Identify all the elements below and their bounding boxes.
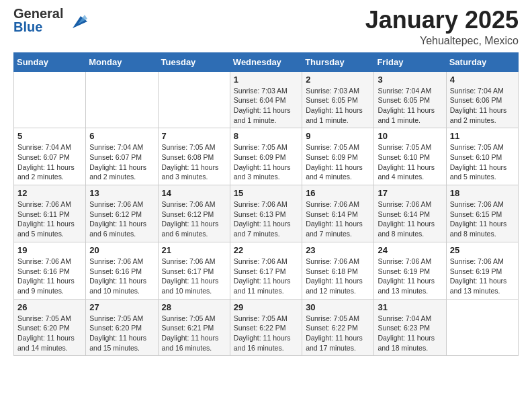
- day-info: Sunrise: 7:05 AM Sunset: 6:21 PM Dayligh…: [162, 314, 226, 353]
- day-info: Sunrise: 7:06 AM Sunset: 6:15 PM Dayligh…: [450, 199, 515, 239]
- calendar-body: 1Sunrise: 7:03 AM Sunset: 6:04 PM Daylig…: [14, 71, 519, 356]
- day-cell: 30Sunrise: 7:05 AM Sunset: 6:22 PM Dayli…: [302, 299, 374, 356]
- weekday-friday: Friday: [374, 52, 446, 71]
- day-info: Sunrise: 7:05 AM Sunset: 6:20 PM Dayligh…: [89, 314, 154, 353]
- day-number: 27: [89, 302, 154, 312]
- day-cell: 28Sunrise: 7:05 AM Sunset: 6:21 PM Dayli…: [158, 299, 230, 356]
- day-cell: 26Sunrise: 7:05 AM Sunset: 6:20 PM Dayli…: [14, 299, 86, 356]
- day-info: Sunrise: 7:06 AM Sunset: 6:19 PM Dayligh…: [450, 257, 515, 296]
- day-number: 28: [162, 302, 226, 312]
- day-cell: 19Sunrise: 7:06 AM Sunset: 6:16 PM Dayli…: [14, 242, 86, 299]
- day-number: 24: [378, 245, 442, 255]
- day-number: 16: [306, 188, 370, 198]
- week-row-1: 1Sunrise: 7:03 AM Sunset: 6:04 PM Daylig…: [14, 71, 519, 128]
- day-number: 8: [234, 131, 298, 141]
- day-number: 13: [89, 188, 154, 198]
- weekday-header-row: SundayMondayTuesdayWednesdayThursdayFrid…: [14, 52, 519, 71]
- weekday-saturday: Saturday: [446, 52, 518, 71]
- day-cell: 16Sunrise: 7:06 AM Sunset: 6:14 PM Dayli…: [302, 185, 374, 242]
- day-number: 22: [234, 245, 298, 255]
- title-block: January 2025 Yehualtepec, Mexico: [365, 7, 519, 47]
- week-row-2: 5Sunrise: 7:04 AM Sunset: 6:07 PM Daylig…: [14, 128, 519, 185]
- day-number: 5: [17, 131, 82, 141]
- weekday-wednesday: Wednesday: [230, 52, 302, 71]
- day-cell: 29Sunrise: 7:05 AM Sunset: 6:22 PM Dayli…: [230, 299, 302, 356]
- week-row-5: 26Sunrise: 7:05 AM Sunset: 6:20 PM Dayli…: [14, 299, 519, 356]
- day-info: Sunrise: 7:04 AM Sunset: 6:06 PM Dayligh…: [450, 86, 515, 126]
- day-cell: 1Sunrise: 7:03 AM Sunset: 6:04 PM Daylig…: [230, 71, 302, 128]
- day-cell: 7Sunrise: 7:05 AM Sunset: 6:08 PM Daylig…: [158, 128, 230, 185]
- day-cell: 11Sunrise: 7:05 AM Sunset: 6:10 PM Dayli…: [446, 128, 518, 185]
- day-cell: 27Sunrise: 7:05 AM Sunset: 6:20 PM Dayli…: [86, 299, 158, 356]
- day-cell: [446, 299, 518, 356]
- day-info: Sunrise: 7:03 AM Sunset: 6:04 PM Dayligh…: [234, 86, 298, 126]
- day-number: 14: [162, 188, 226, 198]
- day-info: Sunrise: 7:03 AM Sunset: 6:05 PM Dayligh…: [306, 86, 370, 126]
- day-number: 1: [234, 75, 298, 85]
- day-cell: 20Sunrise: 7:06 AM Sunset: 6:16 PM Dayli…: [86, 242, 158, 299]
- day-number: 12: [17, 188, 82, 198]
- location-title: Yehualtepec, Mexico: [365, 35, 519, 47]
- day-cell: 12Sunrise: 7:06 AM Sunset: 6:11 PM Dayli…: [14, 185, 86, 242]
- day-number: 7: [162, 131, 226, 141]
- day-number: 21: [162, 245, 226, 255]
- day-number: 10: [378, 131, 442, 141]
- day-number: 20: [89, 245, 154, 255]
- day-cell: 21Sunrise: 7:06 AM Sunset: 6:17 PM Dayli…: [158, 242, 230, 299]
- page-header: General Blue January 2025 Yehualtepec, M…: [13, 7, 519, 47]
- week-row-4: 19Sunrise: 7:06 AM Sunset: 6:16 PM Dayli…: [14, 242, 519, 299]
- weekday-monday: Monday: [86, 52, 158, 71]
- day-cell: 2Sunrise: 7:03 AM Sunset: 6:05 PM Daylig…: [302, 71, 374, 128]
- day-number: 19: [17, 245, 82, 255]
- day-number: 15: [234, 188, 298, 198]
- day-cell: 3Sunrise: 7:04 AM Sunset: 6:05 PM Daylig…: [374, 71, 446, 128]
- week-row-3: 12Sunrise: 7:06 AM Sunset: 6:11 PM Dayli…: [14, 185, 519, 242]
- logo-general: General: [13, 7, 63, 20]
- day-cell: 6Sunrise: 7:04 AM Sunset: 6:07 PM Daylig…: [86, 128, 158, 185]
- day-number: 31: [378, 302, 442, 312]
- day-info: Sunrise: 7:04 AM Sunset: 6:05 PM Dayligh…: [378, 86, 442, 126]
- day-number: 26: [17, 302, 82, 312]
- day-cell: 23Sunrise: 7:06 AM Sunset: 6:18 PM Dayli…: [302, 242, 374, 299]
- day-number: 25: [450, 245, 515, 255]
- day-info: Sunrise: 7:06 AM Sunset: 6:16 PM Dayligh…: [89, 257, 154, 296]
- logo: General Blue: [13, 7, 87, 34]
- day-number: 6: [89, 131, 154, 141]
- day-number: 29: [234, 302, 298, 312]
- day-cell: 8Sunrise: 7:05 AM Sunset: 6:09 PM Daylig…: [230, 128, 302, 185]
- day-info: Sunrise: 7:06 AM Sunset: 6:16 PM Dayligh…: [17, 257, 82, 296]
- day-info: Sunrise: 7:06 AM Sunset: 6:11 PM Dayligh…: [17, 199, 82, 239]
- day-cell: 31Sunrise: 7:04 AM Sunset: 6:23 PM Dayli…: [374, 299, 446, 356]
- logo-icon: [66, 9, 87, 31]
- day-number: 2: [306, 75, 370, 85]
- day-number: 9: [306, 131, 370, 141]
- day-info: Sunrise: 7:05 AM Sunset: 6:10 PM Dayligh…: [378, 142, 442, 182]
- day-number: 18: [450, 188, 515, 198]
- day-info: Sunrise: 7:06 AM Sunset: 6:14 PM Dayligh…: [306, 199, 370, 239]
- day-info: Sunrise: 7:06 AM Sunset: 6:18 PM Dayligh…: [306, 257, 370, 296]
- day-info: Sunrise: 7:05 AM Sunset: 6:20 PM Dayligh…: [17, 314, 82, 353]
- day-info: Sunrise: 7:06 AM Sunset: 6:17 PM Dayligh…: [234, 257, 298, 296]
- day-number: 17: [378, 188, 442, 198]
- day-cell: 5Sunrise: 7:04 AM Sunset: 6:07 PM Daylig…: [14, 128, 86, 185]
- day-cell: 10Sunrise: 7:05 AM Sunset: 6:10 PM Dayli…: [374, 128, 446, 185]
- day-number: 30: [306, 302, 370, 312]
- day-cell: [14, 71, 86, 128]
- logo-blue: Blue: [13, 20, 63, 34]
- weekday-sunday: Sunday: [14, 52, 86, 71]
- day-cell: 22Sunrise: 7:06 AM Sunset: 6:17 PM Dayli…: [230, 242, 302, 299]
- day-info: Sunrise: 7:04 AM Sunset: 6:07 PM Dayligh…: [89, 142, 154, 182]
- day-cell: 17Sunrise: 7:06 AM Sunset: 6:14 PM Dayli…: [374, 185, 446, 242]
- day-info: Sunrise: 7:06 AM Sunset: 6:14 PM Dayligh…: [378, 199, 442, 239]
- day-info: Sunrise: 7:05 AM Sunset: 6:08 PM Dayligh…: [162, 142, 226, 182]
- day-info: Sunrise: 7:05 AM Sunset: 6:22 PM Dayligh…: [306, 314, 370, 353]
- day-info: Sunrise: 7:04 AM Sunset: 6:07 PM Dayligh…: [17, 142, 82, 182]
- day-number: 4: [450, 75, 515, 85]
- weekday-tuesday: Tuesday: [158, 52, 230, 71]
- day-cell: 9Sunrise: 7:05 AM Sunset: 6:09 PM Daylig…: [302, 128, 374, 185]
- weekday-thursday: Thursday: [302, 52, 374, 71]
- day-cell: 13Sunrise: 7:06 AM Sunset: 6:12 PM Dayli…: [86, 185, 158, 242]
- day-info: Sunrise: 7:05 AM Sunset: 6:22 PM Dayligh…: [234, 314, 298, 353]
- day-info: Sunrise: 7:05 AM Sunset: 6:09 PM Dayligh…: [234, 142, 298, 182]
- day-cell: 25Sunrise: 7:06 AM Sunset: 6:19 PM Dayli…: [446, 242, 518, 299]
